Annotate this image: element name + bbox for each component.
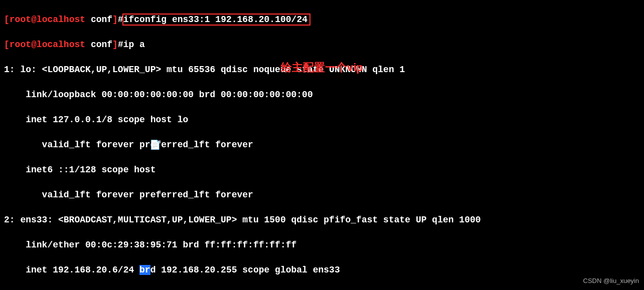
selection-highlight: br: [139, 265, 150, 275]
annotation-callout: 给主配置一个vip: [281, 61, 363, 74]
watermark: CSDN @liu_xueyin: [583, 274, 639, 287]
command-ip-a: ip a: [123, 40, 145, 50]
command-ifconfig: ifconfig ens33:1 192.168.20.100/24: [123, 15, 307, 25]
prompt-line-1: [root@localhost conf]#ifconfig ens33:1 1…: [4, 14, 640, 26]
iface-lo-lft2: valid_lft forever preferred_lft forever: [4, 189, 640, 201]
iface-lo-inet6: inet6 ::1/128 scope host: [4, 164, 640, 176]
iface-lo-link: link/loopback 00:00:00:00:00:00 brd 00:0…: [4, 89, 640, 101]
iface-ens33-link: link/ether 00:0c:29:38:95:71 brd ff:ff:f…: [4, 239, 640, 251]
iface-ens33-inet: inet 192.168.20.6/24 brd 192.168.20.255 …: [4, 264, 640, 276]
text-cursor-icon: 📄: [149, 139, 160, 152]
terminal[interactable]: [root@localhost conf]#ifconfig ens33:1 1…: [0, 0, 644, 290]
iface-ens33-head: 2: ens33: <BROADCAST,MULTICAST,UP,LOWER_…: [4, 214, 640, 226]
prompt-line-2: [root@localhost conf]#ip a: [4, 39, 640, 51]
iface-lo-lft1: valid_lft forever preferred_lft forever: [4, 139, 640, 151]
iface-lo-inet: inet 127.0.0.1/8 scope host lo: [4, 114, 640, 126]
